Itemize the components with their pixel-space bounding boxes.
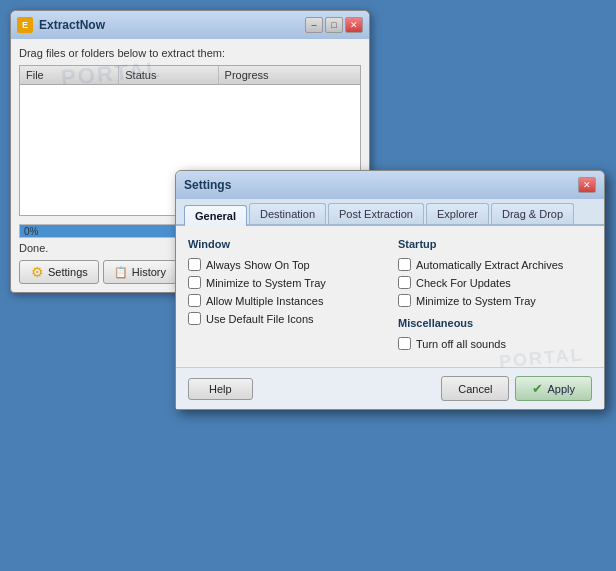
table-header: File Status Progress xyxy=(20,66,360,85)
gear-icon: ⚙ xyxy=(30,265,44,279)
main-title-bar: E ExtractNow – □ ✕ xyxy=(11,11,369,39)
always-on-top-row: Always Show On Top xyxy=(188,258,382,271)
col-status: Status xyxy=(119,66,218,84)
always-on-top-checkbox[interactable] xyxy=(188,258,201,271)
app-icon: E xyxy=(17,17,33,33)
progress-text: 0% xyxy=(24,226,38,237)
default-icons-row: Use Default File Icons xyxy=(188,312,382,325)
settings-footer: Help Cancel ✔ Apply xyxy=(176,367,604,409)
check-updates-checkbox[interactable] xyxy=(398,276,411,289)
minimize-button[interactable]: – xyxy=(305,17,323,33)
close-button[interactable]: ✕ xyxy=(345,17,363,33)
help-button[interactable]: Help xyxy=(188,378,253,400)
settings-body: Window Always Show On Top Minimize to Sy… xyxy=(176,226,604,367)
footer-right-buttons: Cancel ✔ Apply xyxy=(441,376,592,401)
startup-section-label: Startup xyxy=(398,238,592,252)
tabs-bar: General Destination Post Extraction Expl… xyxy=(176,199,604,226)
misc-section-label: Miscellaneous xyxy=(398,317,592,331)
always-on-top-label: Always Show On Top xyxy=(206,259,310,271)
min-tray-startup-row: Minimize to System Tray xyxy=(398,294,592,307)
tab-explorer[interactable]: Explorer xyxy=(426,203,489,224)
auto-extract-checkbox[interactable] xyxy=(398,258,411,271)
title-bar-left: E ExtractNow xyxy=(17,17,105,33)
auto-extract-label: Automatically Extract Archives xyxy=(416,259,563,271)
checkmark-icon: ✔ xyxy=(532,381,543,396)
settings-close-button[interactable]: ✕ xyxy=(578,177,596,193)
minimize-tray-label: Minimize to System Tray xyxy=(206,277,326,289)
history-icon: 📋 xyxy=(114,265,128,279)
main-window-title: ExtractNow xyxy=(39,18,105,32)
min-tray-startup-label: Minimize to System Tray xyxy=(416,295,536,307)
maximize-button[interactable]: □ xyxy=(325,17,343,33)
check-updates-label: Check For Updates xyxy=(416,277,511,289)
drag-hint: Drag files or folders below to extract t… xyxy=(19,47,361,59)
window-section: Window Always Show On Top Minimize to Sy… xyxy=(188,238,382,355)
auto-extract-row: Automatically Extract Archives xyxy=(398,258,592,271)
settings-title-bar: Settings ✕ xyxy=(176,171,604,199)
title-controls: – □ ✕ xyxy=(305,17,363,33)
minimize-tray-checkbox[interactable] xyxy=(188,276,201,289)
col-progress: Progress xyxy=(219,66,360,84)
misc-section: Miscellaneous Turn off all sounds xyxy=(398,317,592,350)
multiple-instances-checkbox[interactable] xyxy=(188,294,201,307)
tab-general[interactable]: General xyxy=(184,205,247,226)
tab-destination[interactable]: Destination xyxy=(249,203,326,224)
tab-drag-drop[interactable]: Drag & Drop xyxy=(491,203,574,224)
apply-button[interactable]: ✔ Apply xyxy=(515,376,592,401)
col-file: File xyxy=(20,66,119,84)
cancel-button[interactable]: Cancel xyxy=(441,376,509,401)
multiple-instances-row: Allow Multiple Instances xyxy=(188,294,382,307)
settings-dialog: Settings ✕ General Destination Post Extr… xyxy=(175,170,605,410)
min-tray-startup-checkbox[interactable] xyxy=(398,294,411,307)
multiple-instances-label: Allow Multiple Instances xyxy=(206,295,323,307)
settings-button[interactable]: ⚙ Settings xyxy=(19,260,99,284)
startup-section: Startup Automatically Extract Archives C… xyxy=(398,238,592,355)
tab-post-extraction[interactable]: Post Extraction xyxy=(328,203,424,224)
default-icons-label: Use Default File Icons xyxy=(206,313,314,325)
turn-off-sounds-checkbox[interactable] xyxy=(398,337,411,350)
turn-off-sounds-label: Turn off all sounds xyxy=(416,338,506,350)
settings-title: Settings xyxy=(184,178,231,192)
settings-title-controls: ✕ xyxy=(578,177,596,193)
default-icons-checkbox[interactable] xyxy=(188,312,201,325)
minimize-tray-row: Minimize to System Tray xyxy=(188,276,382,289)
turn-off-sounds-row: Turn off all sounds xyxy=(398,337,592,350)
window-section-label: Window xyxy=(188,238,382,252)
history-button[interactable]: 📋 History xyxy=(103,260,177,284)
check-updates-row: Check For Updates xyxy=(398,276,592,289)
